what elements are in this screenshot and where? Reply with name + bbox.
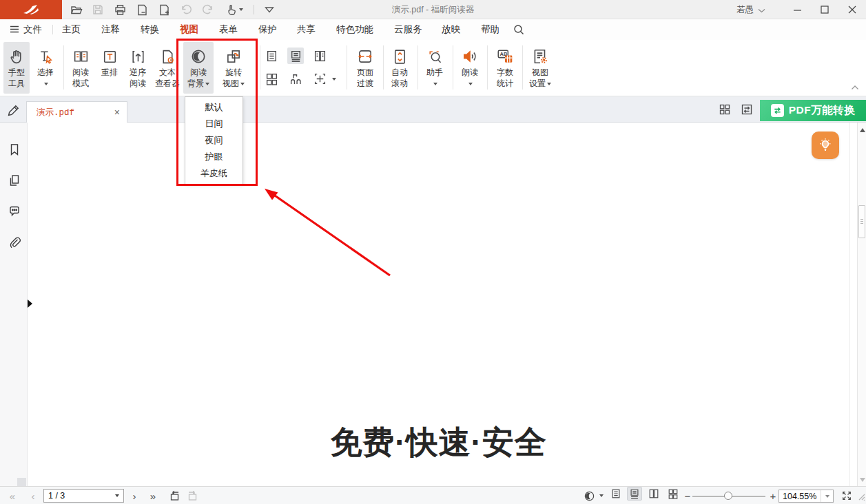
menu-file[interactable]: 文件 [10,19,42,40]
continuous-view-button[interactable] [287,48,304,64]
close-button[interactable] [838,0,866,19]
reflow-button[interactable]: 重排 [96,42,123,94]
page-transition-button[interactable]: 页面过渡 [350,42,380,94]
tab-title: 演示.pdf [37,107,114,118]
auto-scroll-button[interactable]: 自动滚动 [385,42,414,94]
collapse-ribbon-icon[interactable] [851,81,859,93]
qat-separator [254,5,254,14]
vertical-scrollbar[interactable] [857,123,866,486]
window-resize-grip[interactable] [858,491,865,503]
menu-item-day[interactable]: 日间 [185,116,243,132]
sidebar-splitter[interactable] [17,478,26,486]
single-page-view-button[interactable] [263,48,280,64]
bookmarks-panel-icon[interactable] [7,142,21,156]
menu-tab-help[interactable]: 帮助 [481,19,499,40]
read-aloud-button[interactable]: 朗读 [456,42,484,94]
hamburger-icon [10,25,19,35]
menu-tab-view[interactable]: 视图 [180,19,198,40]
page-transition-icon [356,42,374,65]
expander-arrow-icon [28,300,32,308]
print-page-icon[interactable] [135,3,149,17]
zoom-level-combobox[interactable]: 104.55% [779,490,834,503]
menu-tab-protect[interactable]: 保护 [258,19,277,40]
scrollbar-thumb[interactable] [858,205,865,238]
next-view-button[interactable] [185,487,200,504]
menu-tab-home[interactable]: 主页 [62,19,81,40]
menu-tab-form[interactable]: 表单 [219,19,238,40]
next-page-button[interactable]: › [130,487,139,504]
reading-background-button[interactable]: 阅读背景 [183,42,214,94]
document-tab[interactable]: 演示.pdf × [26,101,127,123]
view-settings-button[interactable]: 视图设置 [524,42,557,94]
maximize-button[interactable] [811,0,838,19]
tip-lightbulb-button[interactable] [812,132,839,159]
user-menu-caret[interactable] [758,3,765,16]
previous-view-button[interactable] [167,487,182,504]
hand-tool-button[interactable]: 手型工具 [3,42,30,94]
menu-tab-features[interactable]: 特色功能 [336,19,373,40]
menu-tab-comment[interactable]: 注释 [101,19,120,40]
menu-item-default[interactable]: 默认 [185,99,243,116]
tab-close-icon[interactable]: × [114,107,120,117]
menu-tab-cloud[interactable]: 云服务 [394,19,422,40]
pages-panel-icon[interactable] [7,173,21,187]
comments-panel-icon[interactable] [7,204,21,218]
status-single-page-button[interactable] [608,487,623,501]
status-facing-continuous-button[interactable] [666,487,681,501]
reverse-reading-button[interactable]: 逆序阅读 [124,42,152,94]
redo-icon[interactable] [201,3,215,17]
page-indicator: 1 / 3 [48,491,65,501]
menu-tab-share[interactable]: 共享 [297,19,316,40]
rotate-view-button[interactable]: 旋转视图 [218,42,249,94]
scroll-up-arrow[interactable] [860,128,865,132]
menu-item-eyecare[interactable]: 护眼 [185,149,243,165]
pencil-icon[interactable] [6,102,22,118]
page-number-combobox[interactable]: 1 / 3 [43,489,124,503]
separate-cover-view-button[interactable] [287,70,304,87]
select-tool-button[interactable]: 选择 [33,42,58,94]
foxit-reader-window: 演示.pdf - 福昕阅读器 若愚 文件 主页 注释 转换 视图 表单 保护 共… [0,0,866,504]
undo-icon[interactable] [179,3,193,17]
hand-pointer-tool[interactable] [223,3,245,17]
reading-order-icon[interactable] [738,101,756,118]
zoom-slider-thumb[interactable] [724,492,732,500]
ribbon-divider [383,45,384,90]
minimize-button[interactable] [783,0,811,19]
facing-continuous-view-button[interactable] [263,70,280,87]
word-count-button[interactable]: AB 字数统计 [491,42,519,94]
attachments-panel-icon[interactable] [7,235,21,249]
split-view-button[interactable] [311,70,328,87]
status-facing-button[interactable] [646,487,661,501]
fullscreen-button[interactable] [839,487,854,504]
zoom-in-button[interactable]: + [768,487,778,504]
first-page-button[interactable]: « [6,487,19,504]
sidebar-expander[interactable] [28,298,34,309]
menu-item-parchment[interactable]: 羊皮纸 [185,165,243,182]
customize-toolbar-icon[interactable] [262,3,276,17]
facing-view-button[interactable] [311,48,328,64]
menu-item-night[interactable]: 夜间 [185,132,243,149]
open-file-icon[interactable] [69,3,83,17]
save-icon[interactable] [91,3,105,17]
previous-page-button[interactable]: ‹ [28,487,38,504]
tab-grid-icon[interactable] [716,101,734,118]
scroll-down-arrow[interactable] [860,478,865,482]
reading-background-quick-caret[interactable] [597,487,605,504]
text-viewer-button[interactable]: 文本查看器 [151,42,184,94]
reading-background-quick-icon[interactable] [582,487,596,504]
menu-tab-present[interactable]: 放映 [442,19,460,40]
print-icon[interactable] [113,3,127,17]
status-continuous-button[interactable] [627,487,642,501]
read-mode-button[interactable]: 阅读模式 [66,42,95,94]
foxit-logo[interactable] [0,0,62,19]
assistant-button[interactable]: 助手 [421,42,449,94]
user-name[interactable]: 若愚 [736,4,754,16]
menu-tab-convert[interactable]: 转换 [141,19,159,40]
last-page-button[interactable]: » [146,487,160,504]
new-document-icon[interactable] [157,3,171,17]
lightbulb-icon [817,137,834,154]
zoom-out-button[interactable]: − [683,487,692,504]
search-icon[interactable] [513,19,524,40]
split-view-caret[interactable] [332,78,336,81]
pdf-convert-button[interactable]: PDF万能转换 [760,100,866,121]
